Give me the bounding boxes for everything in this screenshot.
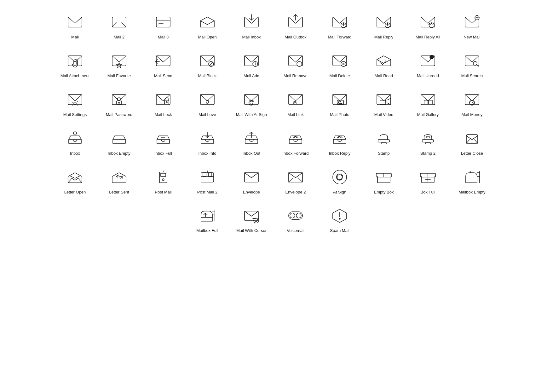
icon-cell-mail-open[interactable]: Mail Open xyxy=(185,9,229,45)
icon-cell-empty-6[interactable] xyxy=(450,203,494,239)
icon-cell-letter-open[interactable]: Letter Open xyxy=(53,164,97,200)
icon-cell-envelope-2[interactable]: Envelope 2 xyxy=(274,164,318,200)
icon-cell-at-sign[interactable]: At Sign xyxy=(318,164,362,200)
icon-cell-mail-forward[interactable]: Mail Forward xyxy=(318,9,362,45)
icon-cell-inbox-out[interactable]: Inbox Out xyxy=(229,126,274,161)
svg-line-96 xyxy=(298,178,302,182)
stamp-label: Stamp xyxy=(378,151,390,156)
mail-lock-label: Mail Lock xyxy=(155,112,172,118)
svg-point-116 xyxy=(290,213,295,218)
icon-cell-mailbox-full[interactable]: Mailbox Full xyxy=(185,203,229,239)
icon-cell-new-mail[interactable]: New Mail xyxy=(450,9,494,45)
mail-love-icon xyxy=(198,90,217,109)
svg-rect-57 xyxy=(245,95,258,105)
icon-cell-empty-box[interactable]: Empty Box xyxy=(362,164,406,200)
icon-cell-empty-2[interactable] xyxy=(97,203,141,239)
icon-cell-empty-1[interactable] xyxy=(53,203,97,239)
mailbox-empty-icon xyxy=(463,168,481,187)
icon-cell-mail-block[interactable]: Mail Block xyxy=(185,48,229,84)
icon-cell-mail-search[interactable]: Mail Search xyxy=(450,48,494,84)
empty-box-label: Empty Box xyxy=(374,190,394,195)
svg-rect-54 xyxy=(164,100,169,104)
inbox-reply-label: Inbox Reply xyxy=(329,151,351,156)
icon-cell-mail-add[interactable]: Mail Add xyxy=(229,48,274,84)
icon-cell-post-mail[interactable]: Post Mail xyxy=(141,164,185,200)
icon-cell-mail-attachment[interactable]: Mail Attachment xyxy=(53,48,97,84)
inbox-empty-label: Inbox Empty xyxy=(108,151,130,156)
icon-cell-inbox-into[interactable]: Inbox Into xyxy=(185,126,229,161)
mail-gallery-label: Mail Gallery xyxy=(417,112,439,118)
mail-at-sign-icon xyxy=(242,90,261,109)
mail-video-icon xyxy=(374,90,393,109)
icon-cell-post-mail-2[interactable]: Post Mail 2 xyxy=(185,164,229,200)
icon-cell-inbox-empty[interactable]: Inbox Empty xyxy=(97,126,141,161)
icon-cell-mail-password[interactable]: Mail Password xyxy=(97,87,141,123)
icon-cell-envelope[interactable]: Envelope xyxy=(229,164,274,200)
mail-link-icon xyxy=(286,90,305,109)
icon-cell-inbox-full[interactable]: Inbox Full xyxy=(141,126,185,161)
icon-cell-mail-2[interactable]: Mail 2 xyxy=(97,9,141,45)
mail-settings-icon xyxy=(66,90,84,109)
icon-cell-inbox-reply[interactable]: Inbox Reply xyxy=(318,126,362,161)
icon-cell-mail-delete[interactable]: Mail Delete xyxy=(318,48,362,84)
stamp-icon xyxy=(374,129,393,148)
svg-rect-51 xyxy=(117,101,122,105)
icon-cell-mail-gallery[interactable]: Mail Gallery xyxy=(406,87,450,123)
icon-cell-mail-reply[interactable]: Mail Reply xyxy=(362,9,406,45)
svg-point-52 xyxy=(118,102,120,103)
icon-cell-mail-with-cursor[interactable]: Mail With Cursor xyxy=(229,203,274,239)
icon-cell-empty-5[interactable] xyxy=(406,203,450,239)
at-sign-label: At Sign xyxy=(333,190,346,195)
icon-cell-mail-lock[interactable]: Mail Lock xyxy=(141,87,185,123)
icon-cell-mail[interactable]: Mail xyxy=(53,9,97,45)
svg-line-28 xyxy=(156,61,158,63)
icon-cell-letter-sent[interactable]: Letter Sent xyxy=(97,164,141,200)
icon-cell-mail-video[interactable]: Mail Video xyxy=(362,87,406,123)
icon-cell-empty-3[interactable] xyxy=(141,203,185,239)
mail-with-cursor-label: Mail With Cursor xyxy=(236,228,267,233)
svg-rect-80 xyxy=(422,140,434,142)
mail-reply-icon xyxy=(374,13,393,32)
svg-rect-81 xyxy=(425,143,430,144)
icon-cell-inbox-forward[interactable]: Inbox Forward xyxy=(274,126,318,161)
icon-cell-inbox[interactable]: Inbox xyxy=(53,126,97,161)
box-full-label: Box Full xyxy=(421,190,435,195)
icon-cell-mail-remove[interactable]: Mail Remove xyxy=(274,48,318,84)
icon-cell-box-full[interactable]: Box Full xyxy=(406,164,450,200)
icon-cell-mail-read[interactable]: Mail Read xyxy=(362,48,406,84)
inbox-label: Inbox xyxy=(70,151,80,156)
icon-cell-mail-inbox[interactable]: Mail Inbox xyxy=(229,9,274,45)
svg-marker-66 xyxy=(387,98,391,105)
icon-cell-mail-favorite[interactable]: Mail Favorite xyxy=(97,48,141,84)
mail-favorite-label: Mail Favorite xyxy=(107,73,131,79)
icon-cell-mail-love[interactable]: Mail Love xyxy=(185,87,229,123)
mail-read-icon xyxy=(374,51,393,70)
mail-icon xyxy=(66,13,84,32)
icon-cell-voicemail[interactable]: Voicemail xyxy=(274,203,318,239)
post-mail-label: Post Mail xyxy=(155,190,171,195)
mail-password-label: Mail Password xyxy=(106,112,133,118)
mail-send-icon xyxy=(154,51,173,70)
svg-rect-91 xyxy=(209,173,212,176)
icon-cell-spam-mail[interactable]: Spam Mail xyxy=(318,203,362,239)
icon-cell-mail-link[interactable]: Mail Link xyxy=(274,87,318,123)
icon-cell-mail-photo[interactable]: Mail Photo xyxy=(318,87,362,123)
icon-cell-mail-unread[interactable]: Mail Unread xyxy=(406,48,450,84)
icon-cell-empty-4[interactable] xyxy=(362,203,406,239)
icon-cell-stamp-2[interactable]: Stamp 2 xyxy=(406,126,450,161)
svg-point-117 xyxy=(296,213,301,218)
icon-cell-mail-3[interactable]: Mail 3 xyxy=(141,9,185,45)
icon-cell-mailbox-empty[interactable]: Mailbox Empty xyxy=(450,164,494,200)
mail-money-icon xyxy=(463,90,481,109)
icon-cell-mail-reply-all[interactable]: Mail Reply All xyxy=(406,9,450,45)
icon-cell-mail-outbox[interactable]: Mail Outbox xyxy=(274,9,318,45)
icon-cell-stamp[interactable]: Stamp xyxy=(362,126,406,161)
icon-cell-mail-send[interactable]: Mail Send xyxy=(141,48,185,84)
svg-rect-115 xyxy=(289,212,302,219)
icon-cell-mail-at-sign[interactable]: Mail With At Sign xyxy=(229,87,274,123)
icon-cell-mail-settings[interactable]: Mail Settings xyxy=(53,87,97,123)
svg-line-27 xyxy=(156,60,158,61)
icon-cell-mail-money[interactable]: Mail Money xyxy=(450,87,494,123)
icon-cell-letter-close[interactable]: Letter Close xyxy=(450,126,494,161)
svg-rect-1 xyxy=(112,17,126,27)
